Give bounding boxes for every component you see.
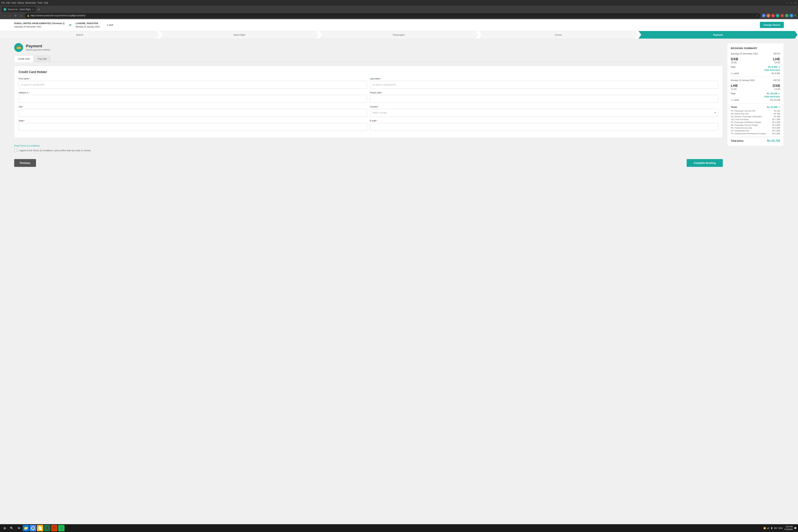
new-tab-button[interactable]: +	[37, 7, 41, 12]
address1-input[interactable]	[19, 95, 367, 103]
step-passengers[interactable]: Passengers	[319, 31, 478, 39]
terms-link[interactable]: Read Terms & conditions	[14, 144, 723, 147]
notifications-icon[interactable]: 💬	[794, 527, 797, 528]
required-star-last: *	[380, 77, 381, 80]
tax-amount-0: Rs 240	[774, 110, 780, 112]
lock-icon: 🔒	[27, 15, 30, 17]
change-search-button[interactable]: Change Search	[760, 22, 784, 28]
window-controls: — □ ✕	[786, 2, 797, 4]
email-input[interactable]	[370, 123, 718, 131]
postal-code-input[interactable]	[370, 95, 718, 103]
menu-item-help[interactable]: Help	[44, 2, 48, 4]
ext-icon-1[interactable]: M	[762, 14, 765, 17]
last-name-input[interactable]	[370, 81, 718, 89]
task-view-button[interactable]: ⧉	[16, 525, 22, 528]
page-wrapper: DUBAI, UNITED ARAB EMIRATES (Terminal 1)…	[0, 19, 798, 528]
form-group-first-name: First name *	[19, 77, 367, 89]
forward-button[interactable]: →	[8, 14, 12, 17]
bookmark-star-icon[interactable]: ☆	[756, 14, 758, 17]
address1-label: Address 1 *	[19, 92, 367, 94]
country-select[interactable]: Select country	[370, 109, 718, 117]
tab-pay-later[interactable]: Pay later	[34, 56, 51, 62]
tax-detail-4: F6: Passenger Facilitation Charges Rs 1,…	[731, 121, 780, 123]
taskbar-file-explorer[interactable]: 📁	[23, 525, 29, 528]
network-icon[interactable]: 📶	[763, 527, 766, 528]
taskbar-clock[interactable]: 3:29 PM 7/16/2020	[784, 526, 793, 528]
volume-icon[interactable]: 🔊	[767, 527, 770, 528]
close-button[interactable]: ✕	[794, 2, 797, 4]
tax-amount-2: Rs 480	[774, 115, 780, 118]
tax-amount-1: Rs 500	[774, 113, 780, 115]
return-date: Monday 24 January 2022	[731, 79, 755, 81]
ext-icon-5[interactable]: M	[780, 14, 784, 17]
tax-detail-6: RG: Federal Excise Duty Rs 5,000	[731, 127, 780, 129]
outbound-from-airport: DXB	[731, 57, 738, 61]
return-flight-code: ER723	[774, 79, 780, 81]
start-button[interactable]: ⊞	[1, 525, 8, 528]
right-panel: BOOKING SUMMARY Saturday 25 December 202…	[727, 43, 784, 167]
tab-close-button[interactable]: ✕	[32, 8, 34, 11]
menu-item-history[interactable]: History	[17, 2, 24, 4]
ext-icon-3[interactable]: ■	[771, 14, 775, 17]
tax-amount-8: Rs 2,800	[772, 132, 780, 135]
payment-icon: 💳	[14, 43, 23, 52]
tab-favicon: ✈	[3, 8, 6, 11]
state-input[interactable]	[19, 123, 367, 131]
menu-item-bookmarks[interactable]: Bookmarks	[25, 2, 36, 4]
url-bar[interactable]: 🔒 https://serene-production-ezycommerce.…	[25, 13, 761, 18]
tax-amount-7: Rs 2,000	[772, 130, 780, 132]
refresh-button[interactable]: ↻	[14, 14, 18, 17]
form-row-name: First name * Last name *	[19, 77, 718, 89]
step-extras[interactable]: Extras	[479, 31, 638, 39]
complete-booking-button[interactable]: Complete Booking	[687, 159, 723, 167]
return-fare-label: Fare	[731, 92, 736, 95]
menu-item-edit[interactable]: Edit	[6, 2, 10, 4]
outbound-to-airport: LHE	[773, 57, 780, 61]
outbound-free-baggage: FREE BAGGAGE	[731, 69, 780, 71]
step-payment[interactable]: Payment	[639, 31, 798, 39]
tax-label-4: F6: Passenger Facilitation Charges	[731, 121, 761, 123]
taskbar-time-display: 3:29 PM	[784, 526, 793, 528]
ext-icon-2[interactable]: ●	[766, 14, 770, 17]
step-search[interactable]: Search	[0, 31, 159, 39]
maximize-button[interactable]: □	[790, 2, 793, 4]
search-button[interactable]: 🔍	[8, 525, 15, 528]
menu-item-tools[interactable]: Tools	[37, 2, 42, 4]
terms-checkbox[interactable]	[14, 149, 17, 152]
first-name-input[interactable]	[19, 81, 367, 89]
ext-icon-6[interactable]: G	[785, 14, 788, 17]
taskbar-powerpoint[interactable]: P	[51, 525, 57, 528]
taskbar-spotify[interactable]: ♫	[58, 525, 64, 528]
keyboard-icon[interactable]: ⌨	[774, 527, 777, 528]
step-select-flight[interactable]: Select flight	[159, 31, 319, 39]
taskbar-app-yellow[interactable]: 📄	[37, 525, 43, 528]
home-button[interactable]: ⌂	[19, 14, 23, 17]
menu-item-file[interactable]: File	[1, 2, 5, 4]
extensions-menu-button[interactable]: ≡	[794, 14, 796, 17]
tax-detail-7: SP: Embarkation Fee Rs 2,000	[731, 130, 780, 132]
tax-detail-1: N9: Stamp Duty (Int) Rs 500	[731, 113, 780, 115]
tax-amount-4: Rs 1,680	[772, 121, 780, 123]
menu-item-view[interactable]: View	[11, 2, 16, 4]
return-free-baggage: FREE BAGGAGE	[731, 96, 780, 98]
browser-extensions: M ● ■ S M G T ≡	[762, 14, 796, 17]
browser-tab-active[interactable]: ✈ Serene Air - Select flight ✕	[1, 7, 36, 12]
taskbar-chrome[interactable]	[30, 525, 36, 528]
city-input[interactable]	[19, 109, 367, 117]
minimize-button[interactable]: —	[786, 2, 789, 4]
ext-icon-4[interactable]: S	[776, 14, 779, 17]
return-fare-amount: Rs 20,248	[767, 92, 777, 95]
tab-credit-card[interactable]: Credit Card	[14, 56, 33, 62]
form-group-city: City *	[19, 106, 367, 117]
form-group-last-name: Last name *	[370, 77, 718, 89]
summary-divider-1	[731, 77, 780, 77]
battery-icon[interactable]: 🔋	[771, 527, 773, 528]
ext-icon-7[interactable]: T	[790, 14, 793, 17]
required-star-state: *	[24, 119, 25, 122]
outbound-adult-row: 1 x adult Rs 8,906	[731, 72, 780, 75]
taskbar-excel[interactable]: X	[44, 525, 50, 528]
passenger-info: 1 adult	[107, 23, 113, 26]
back-button[interactable]: ←	[2, 14, 6, 17]
outbound-fare-chevron-icon: ▲	[778, 66, 780, 68]
previous-button[interactable]: Previous	[14, 159, 36, 167]
